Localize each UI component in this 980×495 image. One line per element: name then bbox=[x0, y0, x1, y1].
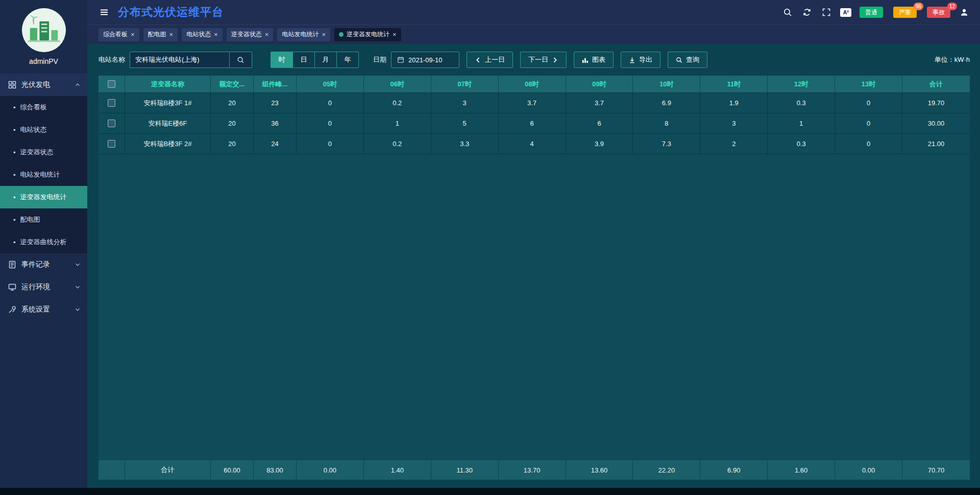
footer-value-cell: 1.60 bbox=[768, 460, 835, 480]
sidebar: adminPV 光伏发电•综合看板•电站状态•逆变器状态•电站发电统计•逆变器发… bbox=[0, 0, 87, 488]
bullet-icon: • bbox=[13, 194, 16, 201]
alarm-badge-severe[interactable]: 严重96 bbox=[893, 7, 917, 18]
close-icon[interactable]: × bbox=[393, 31, 397, 38]
value-cell: 0 bbox=[297, 93, 364, 113]
tab-inverter-status[interactable]: 逆变器状态× bbox=[227, 28, 274, 41]
tab-label: 逆变器状态 bbox=[231, 30, 262, 39]
sidebar-item-label: 系统设置 bbox=[21, 305, 50, 314]
value-cell: 1 bbox=[768, 113, 835, 134]
chevron-down-icon bbox=[74, 306, 81, 313]
row-checkbox[interactable] bbox=[108, 140, 115, 148]
chart-button-label: 图表 bbox=[592, 55, 605, 64]
query-button[interactable]: 查询 bbox=[668, 52, 707, 68]
row-checkbox[interactable] bbox=[108, 120, 115, 127]
fullscreen-icon[interactable] bbox=[821, 7, 832, 18]
export-button[interactable]: 导出 bbox=[621, 52, 660, 68]
column-header: 逆变器名称 bbox=[125, 76, 211, 93]
value-cell: 3.7 bbox=[566, 93, 633, 113]
column-header: 06时 bbox=[364, 76, 431, 93]
row-checkbox-cell bbox=[99, 134, 125, 154]
close-icon[interactable]: × bbox=[322, 31, 326, 38]
sidebar-item-label: 电站状态 bbox=[20, 125, 47, 134]
bullet-icon: • bbox=[13, 216, 16, 224]
table-header-row: 逆变器名称额定交...组件峰...05时06时07时08时09时10时11时12… bbox=[99, 76, 970, 93]
table-row: 安科瑞B楼3F 1#202300.233.73.76.91.90.3019.70 bbox=[99, 93, 970, 113]
table-empty-area bbox=[99, 154, 970, 460]
bar-chart-icon bbox=[582, 57, 589, 63]
refresh-icon[interactable] bbox=[801, 7, 813, 18]
download-icon bbox=[629, 57, 635, 63]
sidebar-item-runtime-environment[interactable]: 运行环境 bbox=[0, 276, 87, 298]
value-cell: 5 bbox=[431, 113, 499, 134]
value-cell: 6 bbox=[499, 113, 566, 134]
value-cell: 19.70 bbox=[902, 93, 970, 113]
previous-day-label: 上一日 bbox=[485, 55, 505, 64]
value-cell: 0.3 bbox=[768, 93, 835, 113]
tab-bar: 综合看板×配电图×电站状态×逆变器状态×电站发电统计×逆变器发电统计× bbox=[87, 25, 980, 44]
search-icon[interactable] bbox=[782, 7, 793, 18]
sidebar-item-inverter-curve-analysis[interactable]: •逆变器曲线分析 bbox=[0, 231, 87, 253]
query-button-label: 查询 bbox=[686, 55, 699, 64]
close-icon[interactable]: × bbox=[169, 31, 174, 38]
tab-station-generation-stats[interactable]: 电站发电统计× bbox=[277, 28, 330, 41]
table-body: 安科瑞B楼3F 1#202300.233.73.76.91.90.3019.70… bbox=[99, 93, 970, 154]
value-cell: 0 bbox=[835, 134, 902, 154]
granularity-month-button[interactable]: 月 bbox=[314, 52, 337, 68]
value-cell: 0.2 bbox=[364, 134, 431, 154]
sidebar-item-pv-generation[interactable]: 光伏发电 bbox=[0, 74, 87, 96]
station-name-input[interactable] bbox=[130, 52, 230, 68]
topbar-actions: A² 普通严重96事故12 bbox=[782, 7, 970, 18]
next-day-button[interactable]: 下一日 bbox=[520, 52, 567, 68]
hamburger-menu-icon[interactable] bbox=[99, 7, 110, 18]
user-icon[interactable] bbox=[959, 7, 970, 18]
inverter-name-cell: 安科瑞B楼3F 2# bbox=[125, 134, 211, 154]
chart-button[interactable]: 图表 bbox=[574, 52, 614, 68]
sidebar-item-overview-board[interactable]: •综合看板 bbox=[0, 96, 87, 119]
close-icon[interactable]: × bbox=[214, 31, 218, 38]
menu-group-event-records: 事件记录 bbox=[0, 253, 87, 276]
date-picker[interactable]: 2021-09-10 bbox=[391, 52, 459, 68]
granularity-year-button[interactable]: 年 bbox=[336, 52, 359, 68]
sidebar-item-station-status[interactable]: •电站状态 bbox=[0, 119, 87, 141]
footer-value-cell: 83.00 bbox=[254, 460, 297, 480]
sidebar-item-inverter-generation-stats[interactable]: •逆变器发电统计 bbox=[0, 186, 87, 208]
tab-inverter-generation-stats[interactable]: 逆变器发电统计× bbox=[334, 28, 401, 41]
sidebar-item-inverter-status[interactable]: •逆变器状态 bbox=[0, 141, 87, 163]
value-cell: 23 bbox=[254, 93, 297, 113]
station-search-button[interactable] bbox=[230, 52, 252, 68]
tab-station-status[interactable]: 电站状态× bbox=[182, 28, 223, 41]
font-size-icon[interactable]: A² bbox=[840, 8, 851, 17]
station-name-label: 电站名称 bbox=[99, 55, 125, 64]
sidebar-item-distribution-diagram[interactable]: •配电图 bbox=[0, 208, 87, 231]
granularity-day-button[interactable]: 日 bbox=[292, 52, 315, 68]
footer-value-cell: 0.00 bbox=[835, 460, 902, 480]
sidebar-item-event-records[interactable]: 事件记录 bbox=[0, 253, 87, 276]
tab-overview-board[interactable]: 综合看板× bbox=[99, 28, 139, 41]
footer-total-label: 合计 bbox=[125, 460, 211, 480]
column-header: 额定交... bbox=[211, 76, 254, 93]
select-all-checkbox[interactable] bbox=[108, 80, 115, 88]
previous-day-button[interactable]: 上一日 bbox=[467, 52, 513, 68]
sidebar-item-station-generation-stats[interactable]: •电站发电统计 bbox=[0, 163, 87, 186]
value-cell: 30.00 bbox=[902, 113, 970, 134]
table-footer-row: 合计60.0083.000.001.4011.3013.7013.6022.20… bbox=[99, 460, 970, 480]
sidebar-item-label: 电站发电统计 bbox=[20, 170, 60, 179]
footer-value-cell: 13.60 bbox=[566, 460, 633, 480]
station-search-group bbox=[130, 52, 252, 68]
granularity-hour-button[interactable]: 时 bbox=[271, 52, 293, 68]
chevron-down-icon bbox=[74, 261, 81, 268]
tab-distribution-diagram[interactable]: 配电图× bbox=[143, 28, 178, 41]
value-cell: 4 bbox=[499, 134, 566, 154]
calendar-icon bbox=[397, 56, 404, 63]
row-checkbox[interactable] bbox=[108, 99, 115, 107]
alarm-badge-normal[interactable]: 普通 bbox=[860, 7, 883, 18]
close-icon[interactable]: × bbox=[265, 31, 269, 38]
value-cell: 3.9 bbox=[566, 134, 633, 154]
granularity-switch: 时日月年 bbox=[271, 52, 359, 68]
sidebar-item-system-settings[interactable]: 系统设置 bbox=[0, 298, 87, 321]
tab-label: 配电图 bbox=[148, 30, 166, 39]
close-icon[interactable]: × bbox=[131, 31, 135, 38]
bullet-icon: • bbox=[13, 104, 16, 111]
date-value: 2021-09-10 bbox=[408, 56, 443, 64]
alarm-badge-accident[interactable]: 事故12 bbox=[927, 7, 950, 18]
